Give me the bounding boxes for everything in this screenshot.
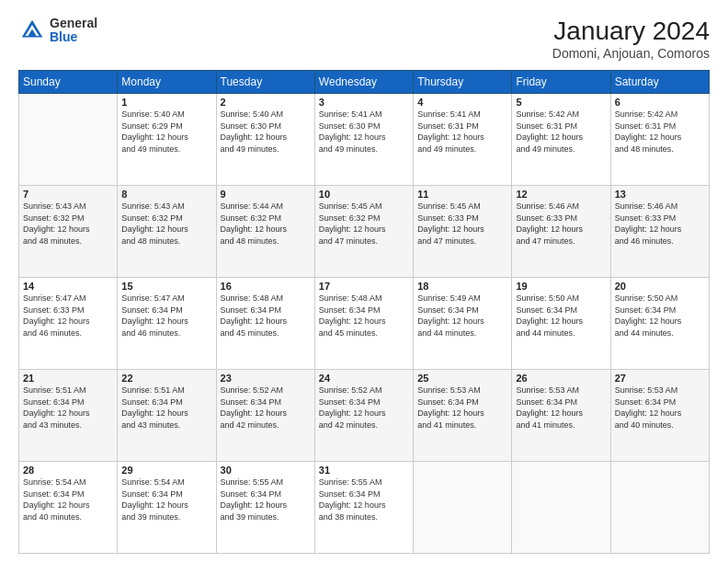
calendar-cell: 11Sunrise: 5:45 AM Sunset: 6:33 PM Dayli… [414,186,512,278]
calendar-cell: 15Sunrise: 5:47 AM Sunset: 6:34 PM Dayli… [118,278,216,370]
day-number: 11 [417,189,507,200]
calendar-cell: 24Sunrise: 5:52 AM Sunset: 6:34 PM Dayli… [314,370,413,462]
day-number: 17 [319,281,409,292]
calendar-cell: 20Sunrise: 5:50 AM Sunset: 6:34 PM Dayli… [610,278,709,370]
day-number: 26 [516,373,606,384]
day-info: Sunrise: 5:49 AM Sunset: 6:34 PM Dayligh… [417,293,507,339]
day-info: Sunrise: 5:40 AM Sunset: 6:29 PM Dayligh… [121,109,211,155]
day-number: 4 [417,97,507,108]
calendar-cell: 16Sunrise: 5:48 AM Sunset: 6:34 PM Dayli… [216,278,314,370]
weekday-header: Friday [512,71,610,94]
day-info: Sunrise: 5:51 AM Sunset: 6:34 PM Dayligh… [121,385,211,431]
weekday-header: Saturday [610,71,709,94]
calendar-cell [610,462,709,554]
calendar-cell: 6Sunrise: 5:42 AM Sunset: 6:31 PM Daylig… [610,94,709,186]
day-number: 28 [23,465,113,476]
day-number: 25 [417,373,507,384]
weekday-header: Tuesday [216,71,314,94]
day-info: Sunrise: 5:43 AM Sunset: 6:32 PM Dayligh… [121,201,211,247]
calendar-cell: 28Sunrise: 5:54 AM Sunset: 6:34 PM Dayli… [19,462,118,554]
day-info: Sunrise: 5:41 AM Sunset: 6:30 PM Dayligh… [319,109,409,155]
calendar-cell: 5Sunrise: 5:42 AM Sunset: 6:31 PM Daylig… [512,94,610,186]
logo-blue-text: Blue [50,30,97,44]
day-number: 24 [319,373,409,384]
day-info: Sunrise: 5:50 AM Sunset: 6:34 PM Dayligh… [615,293,705,339]
day-info: Sunrise: 5:48 AM Sunset: 6:34 PM Dayligh… [221,293,311,339]
day-info: Sunrise: 5:55 AM Sunset: 6:34 PM Dayligh… [319,477,409,523]
calendar-cell [19,94,118,186]
day-info: Sunrise: 5:52 AM Sunset: 6:34 PM Dayligh… [319,385,409,431]
weekday-header: Sunday [19,71,118,94]
calendar-cell: 18Sunrise: 5:49 AM Sunset: 6:34 PM Dayli… [414,278,512,370]
day-info: Sunrise: 5:40 AM Sunset: 6:30 PM Dayligh… [221,109,311,155]
logo-text: General Blue [50,17,97,45]
calendar-cell: 31Sunrise: 5:55 AM Sunset: 6:34 PM Dayli… [314,462,413,554]
calendar-cell: 19Sunrise: 5:50 AM Sunset: 6:34 PM Dayli… [512,278,610,370]
day-info: Sunrise: 5:46 AM Sunset: 6:33 PM Dayligh… [615,201,705,247]
calendar-cell: 14Sunrise: 5:47 AM Sunset: 6:33 PM Dayli… [19,278,118,370]
day-number: 10 [319,189,409,200]
day-info: Sunrise: 5:45 AM Sunset: 6:33 PM Dayligh… [417,201,507,247]
day-number: 27 [615,373,705,384]
calendar-cell: 1Sunrise: 5:40 AM Sunset: 6:29 PM Daylig… [118,94,216,186]
day-number: 3 [319,97,409,108]
day-info: Sunrise: 5:43 AM Sunset: 6:32 PM Dayligh… [23,201,113,247]
weekday-header: Monday [118,71,216,94]
day-number: 16 [221,281,311,292]
calendar-week-row: 14Sunrise: 5:47 AM Sunset: 6:33 PM Dayli… [19,278,710,370]
calendar-cell: 17Sunrise: 5:48 AM Sunset: 6:34 PM Dayli… [314,278,413,370]
calendar-cell: 21Sunrise: 5:51 AM Sunset: 6:34 PM Dayli… [19,370,118,462]
day-number: 15 [121,281,211,292]
day-info: Sunrise: 5:48 AM Sunset: 6:34 PM Dayligh… [319,293,409,339]
page-subtitle: Domoni, Anjouan, Comoros [552,46,710,61]
page-title: January 2024 [552,17,710,46]
day-number: 12 [516,189,606,200]
day-info: Sunrise: 5:46 AM Sunset: 6:33 PM Dayligh… [516,201,606,247]
day-info: Sunrise: 5:45 AM Sunset: 6:32 PM Dayligh… [319,201,409,247]
calendar-cell: 3Sunrise: 5:41 AM Sunset: 6:30 PM Daylig… [314,94,413,186]
calendar-week-row: 1Sunrise: 5:40 AM Sunset: 6:29 PM Daylig… [19,94,710,186]
calendar-week-row: 21Sunrise: 5:51 AM Sunset: 6:34 PM Dayli… [19,370,710,462]
day-number: 22 [121,373,211,384]
weekday-header: Wednesday [314,71,413,94]
calendar-cell: 23Sunrise: 5:52 AM Sunset: 6:34 PM Dayli… [216,370,314,462]
calendar-cell: 12Sunrise: 5:46 AM Sunset: 6:33 PM Dayli… [512,186,610,278]
day-info: Sunrise: 5:42 AM Sunset: 6:31 PM Dayligh… [615,109,705,155]
calendar-cell: 4Sunrise: 5:41 AM Sunset: 6:31 PM Daylig… [414,94,512,186]
calendar-cell: 10Sunrise: 5:45 AM Sunset: 6:32 PM Dayli… [314,186,413,278]
calendar-cell: 13Sunrise: 5:46 AM Sunset: 6:33 PM Dayli… [610,186,709,278]
day-info: Sunrise: 5:41 AM Sunset: 6:31 PM Dayligh… [417,109,507,155]
day-info: Sunrise: 5:52 AM Sunset: 6:34 PM Dayligh… [221,385,311,431]
calendar-cell: 7Sunrise: 5:43 AM Sunset: 6:32 PM Daylig… [19,186,118,278]
day-info: Sunrise: 5:53 AM Sunset: 6:34 PM Dayligh… [615,385,705,431]
header: General Blue January 2024 Domoni, Anjoua… [18,17,710,61]
day-number: 29 [121,465,211,476]
calendar-cell [414,462,512,554]
day-info: Sunrise: 5:53 AM Sunset: 6:34 PM Dayligh… [516,385,606,431]
day-info: Sunrise: 5:44 AM Sunset: 6:32 PM Dayligh… [221,201,311,247]
day-number: 19 [516,281,606,292]
day-number: 1 [121,97,211,108]
calendar-cell: 27Sunrise: 5:53 AM Sunset: 6:34 PM Dayli… [610,370,709,462]
weekday-header: Thursday [414,71,512,94]
calendar-cell: 30Sunrise: 5:55 AM Sunset: 6:34 PM Dayli… [216,462,314,554]
logo-general-text: General [50,17,97,30]
day-number: 21 [23,373,113,384]
calendar-cell: 9Sunrise: 5:44 AM Sunset: 6:32 PM Daylig… [216,186,314,278]
day-number: 30 [221,465,311,476]
calendar-cell: 25Sunrise: 5:53 AM Sunset: 6:34 PM Dayli… [414,370,512,462]
calendar-header-row: SundayMondayTuesdayWednesdayThursdayFrid… [19,71,710,94]
calendar-week-row: 28Sunrise: 5:54 AM Sunset: 6:34 PM Dayli… [19,462,710,554]
day-number: 2 [221,97,311,108]
day-info: Sunrise: 5:54 AM Sunset: 6:34 PM Dayligh… [121,477,211,523]
calendar-week-row: 7Sunrise: 5:43 AM Sunset: 6:32 PM Daylig… [19,186,710,278]
day-number: 9 [221,189,311,200]
day-number: 23 [221,373,311,384]
day-info: Sunrise: 5:54 AM Sunset: 6:34 PM Dayligh… [23,477,113,523]
title-area: January 2024 Domoni, Anjouan, Comoros [552,17,710,61]
day-info: Sunrise: 5:47 AM Sunset: 6:34 PM Dayligh… [121,293,211,339]
day-number: 31 [319,465,409,476]
calendar-cell [512,462,610,554]
day-info: Sunrise: 5:55 AM Sunset: 6:34 PM Dayligh… [221,477,311,523]
day-number: 13 [615,189,705,200]
